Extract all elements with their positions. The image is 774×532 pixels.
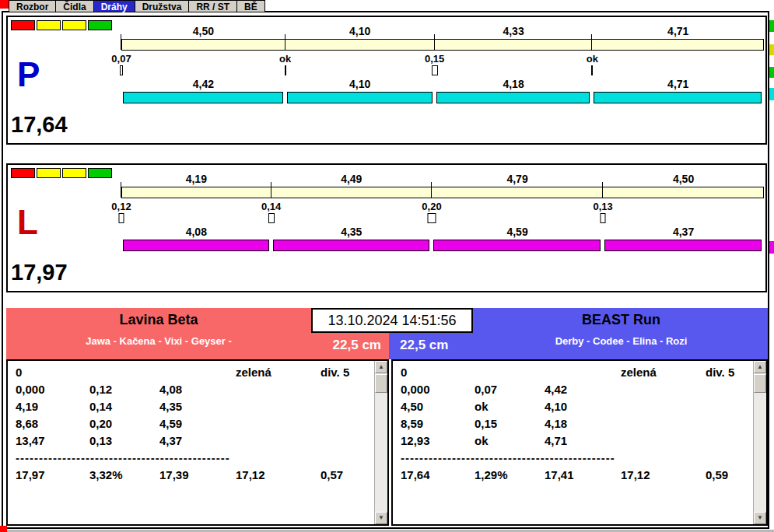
run-time: 4,71 — [667, 78, 688, 90]
edge-artifact — [769, 241, 774, 254]
run-bar-segment — [287, 92, 433, 103]
table-cell: 4,59 — [159, 417, 182, 430]
exchange-marker — [591, 65, 593, 75]
table-cell: 0 — [401, 366, 407, 379]
run-time: 4,10 — [349, 78, 370, 90]
team-name: BEAST Run — [475, 308, 768, 328]
table-cell: 0,12 — [89, 383, 112, 396]
scroll-up-button[interactable]: ▲ — [754, 361, 766, 373]
table-cell: div. 5 — [706, 366, 734, 379]
table-cell: 0,14 — [89, 400, 112, 413]
edge-artifact — [769, 88, 774, 100]
run-time: 4,37 — [673, 226, 694, 238]
table-row: 8,590,154,18 — [393, 417, 752, 434]
table-cell: 13,47 — [16, 434, 45, 447]
team-dogs: Derby - Codee - Elina - Rozi — [475, 328, 768, 347]
lane-timeline: 4,500,074,424,10ok4,104,330,154,184,71ok… — [121, 17, 764, 143]
run-time: 4,42 — [193, 78, 214, 90]
split-time: 4,79 — [506, 173, 527, 185]
start-light — [88, 168, 112, 178]
split-tick — [121, 34, 121, 50]
start-light — [37, 168, 61, 178]
table-row: 13,470,134,37 — [8, 434, 373, 451]
run-bar-segment — [123, 240, 269, 251]
split-time: 4,49 — [341, 173, 362, 185]
split-tick — [591, 34, 592, 50]
exchange-time: 0,07 — [111, 53, 131, 65]
scroll-down-button[interactable]: ▼ — [754, 512, 766, 524]
table-cell: 4,10 — [545, 400, 567, 413]
start-light — [62, 20, 86, 30]
split-time: 4,19 — [186, 173, 207, 185]
team-right-results-panel: 0zelenádiv. 50,0000,074,424,50ok4,108,59… — [391, 359, 768, 526]
split-bar — [121, 39, 764, 51]
split-tick — [285, 34, 285, 50]
run-time: 4,59 — [506, 226, 527, 238]
exchange-time: 0,15 — [425, 53, 444, 65]
run-time: 4,08 — [186, 226, 207, 238]
table-cell: 8,59 — [401, 417, 423, 430]
table-row: 4,50ok4,10 — [393, 400, 752, 417]
run-bar-segment — [436, 92, 590, 103]
scroll-up-button[interactable]: ▲ — [375, 361, 387, 373]
scrollbar[interactable]: ▲ ▼ — [753, 361, 766, 524]
run-bar-segment — [273, 240, 429, 251]
lane-total-time: 17,64 — [11, 112, 68, 138]
exchange-marker — [120, 65, 123, 75]
edge-artifact — [769, 20, 774, 32]
results-table: 0zelenádiv. 50,0000,074,424,50ok4,108,59… — [393, 366, 752, 524]
table-cell: 4,19 — [16, 400, 38, 413]
scroll-thumb[interactable] — [754, 374, 766, 393]
table-cell: 17,41 — [545, 468, 574, 481]
exchange-time: ok — [587, 53, 598, 65]
exchange-marker — [427, 213, 436, 223]
scrollbar[interactable]: ▲ ▼ — [374, 361, 387, 524]
team-name: Lavina Beta — [6, 308, 311, 328]
split-bar — [121, 187, 764, 198]
run-bar-segment — [433, 240, 601, 251]
exchange-marker — [268, 213, 275, 223]
table-cell: 1,29% — [475, 468, 508, 481]
run-time: 4,18 — [503, 78, 524, 90]
run-time: 4,35 — [341, 226, 362, 238]
exchange-marker — [432, 65, 438, 75]
tab-rozbor[interactable]: Rozbor — [9, 0, 55, 12]
table-row: 17,973,32%17,3917,120,57 — [8, 468, 373, 485]
tab-čidla[interactable]: Čidla — [55, 0, 93, 12]
tab-bě[interactable]: BĚ — [236, 0, 265, 12]
table-cell: 3,32% — [89, 468, 123, 481]
tab-dráhy[interactable]: Dráhy — [93, 0, 135, 12]
table-cell: ok — [475, 434, 489, 447]
table-cell: 4,42 — [545, 383, 567, 396]
table-cell: ok — [475, 400, 489, 413]
tab-rrst[interactable]: RR / ST — [188, 0, 236, 12]
table-row: 17,641,29%17,4117,120,59 — [393, 468, 752, 485]
table-cell: 0,59 — [706, 468, 728, 481]
edge-artifact — [769, 67, 774, 78]
exchange-marker — [601, 213, 606, 223]
scroll-thumb[interactable] — [375, 374, 387, 393]
table-cell: 17,39 — [159, 468, 189, 481]
lane-letter: P — [17, 58, 40, 92]
edge-artifact — [769, 44, 774, 55]
team-jump-height: 22,5 cm — [333, 338, 381, 353]
run-bar-segment — [604, 240, 762, 251]
table-cell: 0,07 — [475, 383, 497, 396]
table-row: 0zelenádiv. 5 — [8, 366, 373, 383]
corner-artifact — [0, 526, 7, 532]
table-row: 8,680,204,59 — [8, 417, 373, 434]
corner-artifact — [0, 0, 9, 9]
split-time: 4,33 — [503, 25, 524, 37]
table-cell: 4,71 — [545, 434, 567, 447]
split-time: 4,10 — [349, 25, 370, 37]
table-cell: zelená — [621, 366, 657, 379]
table-row: 0,0000,074,42 — [393, 383, 752, 400]
table-cell: 0 — [16, 366, 22, 379]
start-light — [88, 20, 112, 30]
results-table: 0zelenádiv. 50,0000,124,084,190,144,358,… — [8, 366, 373, 524]
tab-družstva[interactable]: Družstva — [135, 0, 189, 12]
table-separator: ----------------------------------------… — [8, 451, 241, 468]
scroll-down-button[interactable]: ▼ — [375, 512, 387, 524]
team-left-results-panel: 0zelenádiv. 50,0000,124,084,190,144,358,… — [6, 359, 389, 526]
table-row: 0zelenádiv. 5 — [393, 366, 752, 383]
